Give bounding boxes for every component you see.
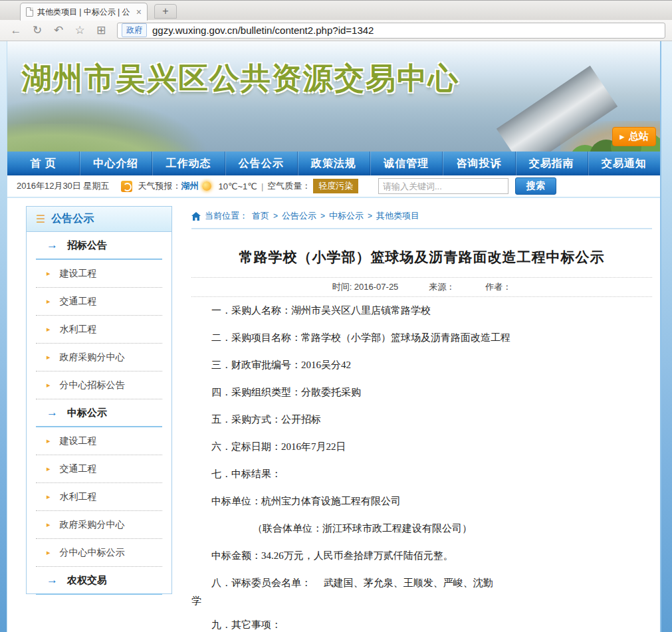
article-meta: 时间: 2016-07-25 来源： 作者： [191, 277, 652, 297]
city-link[interactable]: 湖州 [181, 180, 198, 192]
main-nav: 首 页 中心介绍 工作动态 公告公示 政策法规 诚信管理 咨询投诉 交易指南 交… [7, 152, 660, 175]
triangle-right-icon: ▸ [47, 548, 51, 557]
site-title: 湖州市吴兴区公共资源交易中心 [22, 58, 459, 98]
article-paragraph: 中标金额：34.26万元，人民币叁拾肆万贰仟陆佰元整。 [191, 549, 652, 563]
tab-close-icon[interactable]: × [136, 7, 142, 17]
article-paragraph: 一．采购人名称：湖州市吴兴区八里店镇常路学校 [191, 304, 652, 318]
nav-item-policies[interactable]: 政策法规 [297, 152, 370, 175]
nav-item-center-intro[interactable]: 中心介绍 [79, 152, 152, 175]
search-button[interactable]: 搜索 [515, 177, 556, 195]
triangle-right-icon: ▸ [47, 297, 51, 306]
sidebar-list: → 招标公告 ▸ 建设工程 ▸ 交通工程 ▸ 水利工程 ▸ 政府采购分中心 [27, 232, 171, 595]
nav-item-consult-complaint[interactable]: 咨询投诉 [442, 152, 514, 175]
nav-item-trade-guide[interactable]: 交易指南 [515, 152, 588, 175]
url-text[interactable]: ggzy.wuxing.gov.cn/bulletin/content2.php… [152, 25, 374, 36]
sidebar-item-water-2[interactable]: ▸ 水利工程 [36, 483, 162, 511]
breadcrumb-divider [191, 228, 652, 229]
article-title: 常路学校（小学部）篮球场及沥青路面改造工程中标公示 [191, 248, 652, 266]
breadcrumb-separator: > [368, 211, 372, 221]
list-icon: ☰ [36, 213, 45, 225]
sidebar-item-transport-2[interactable]: ▸ 交通工程 [36, 455, 162, 483]
sidebar-item-bid-announcements[interactable]: → 招标公告 [36, 232, 162, 260]
nav-item-home[interactable]: 首 页 [7, 152, 79, 175]
sidebar-item-subcenter-bid-announcements[interactable]: ▸ 分中心招标公告 [36, 371, 162, 399]
sidebar-item-water[interactable]: ▸ 水利工程 [36, 316, 162, 344]
air-quality-label: 空气质量： [267, 180, 310, 192]
triangle-right-icon: ▸ [47, 520, 51, 529]
sidebar-item-rural-rights-trading[interactable]: → 农权交易 [36, 567, 162, 595]
home-icon [191, 212, 201, 221]
search-input[interactable] [378, 178, 508, 194]
sidebar-item-gov-procurement-2[interactable]: ▸ 政府采购分中心 [36, 511, 162, 539]
article-paragraph: 六．定标日期：2016年7月22日 [191, 440, 652, 454]
apps-grid-icon[interactable]: ⊞ [92, 23, 110, 37]
breadcrumb-prefix: 当前位置： [205, 210, 248, 222]
triangle-right-icon: ▸ [47, 269, 51, 278]
breadcrumb-link-home[interactable]: 首页 [252, 210, 269, 222]
sidebar-item-transport[interactable]: ▸ 交通工程 [36, 288, 162, 316]
breadcrumb-link-other-projects[interactable]: 其他类项目 [376, 210, 419, 222]
breadcrumb: 当前位置： 首页 > 公告公示 > 中标公示 > 其他类项目 [191, 206, 652, 222]
site-container: 湖州市吴兴区公共资源交易中心 ► 总站 首 页 中心介绍 工作动态 公告公示 政… [7, 41, 661, 632]
undo-icon[interactable]: ↶ [49, 23, 68, 37]
page-background: 湖州市吴兴区公共资源交易中心 ► 总站 首 页 中心介绍 工作动态 公告公示 政… [0, 41, 672, 632]
article-paragraph: 中标单位：杭州宝力体育设施工程有限公司 [191, 494, 652, 508]
article-body: 一．采购人名称：湖州市吴兴区八里店镇常路学校 二．采购项目名称：常路学校（小学部… [191, 304, 652, 632]
main-area: ☰ 公告公示 → 招标公告 ▸ 建设工程 ▸ 交通工程 ▸ 水利 [7, 198, 660, 632]
site-banner: 湖州市吴兴区公共资源交易中心 ► 总站 [7, 41, 660, 152]
nav-item-work-news[interactable]: 工作动态 [152, 152, 224, 175]
browser-tab[interactable]: 其他类项目 | 中标公示 | 公 × [20, 3, 148, 21]
triangle-right-icon: ▸ [47, 381, 51, 389]
sun-weather-icon [202, 181, 211, 191]
article-paragraph: 学 [191, 594, 652, 608]
article-paragraph: 九．其它事项： [191, 618, 652, 632]
page-icon [26, 7, 33, 17]
article-author-label: 作者： [485, 281, 511, 293]
triangle-right-icon: ▸ [47, 437, 51, 445]
search-area: 搜索 [378, 177, 651, 195]
address-bar[interactable]: 政府 ggzy.wuxing.gov.cn/bulletin/content2.… [117, 23, 665, 39]
bookmark-star-icon[interactable]: ☆ [70, 23, 89, 37]
divider: | [261, 181, 263, 191]
arrow-right-icon: → [47, 574, 58, 587]
browser-tab-bar: 其他类项目 | 中标公示 | 公 × + [0, 0, 672, 20]
main-station-button[interactable]: ► 总站 [612, 127, 656, 146]
nav-item-trade-notice[interactable]: 交易通知 [588, 152, 660, 175]
browser-toolbar: ← ↻ ↶ ☆ ⊞ 政府 ggzy.wuxing.gov.cn/bulletin… [0, 20, 672, 41]
sidebar-header: ☰ 公告公示 [27, 207, 171, 232]
arrow-right-icon: → [47, 406, 58, 419]
back-icon[interactable]: ← [7, 24, 25, 37]
arrow-right-icon: ► [618, 133, 626, 141]
triangle-right-icon: ▸ [47, 353, 51, 362]
triangle-right-icon: ▸ [47, 465, 51, 473]
breadcrumb-separator: > [320, 211, 325, 221]
breadcrumb-link-winning-bids[interactable]: 中标公示 [329, 210, 364, 222]
nav-item-integrity[interactable]: 诚信管理 [370, 152, 442, 175]
new-tab-button[interactable]: + [154, 4, 177, 19]
gov-site-badge: 政府 [122, 23, 147, 37]
nav-item-announcements[interactable]: 公告公示 [225, 152, 297, 175]
article-paragraph: 三．财政审批编号：2016吴分42 [191, 358, 652, 372]
sidebar: ☰ 公告公示 → 招标公告 ▸ 建设工程 ▸ 交通工程 ▸ 水利 [26, 206, 172, 594]
sidebar-item-winning-bid-publicity[interactable]: → 中标公示 [36, 399, 162, 427]
air-quality-badge: 轻度污染 [313, 179, 358, 193]
article-paragraph: 八．评标委员会名单： 武建国、茅允泉、王顺发、严峻、沈勤 [191, 576, 652, 590]
forecast-label: 天气预报： [138, 180, 181, 192]
sidebar-item-gov-procurement[interactable]: ▸ 政府采购分中心 [36, 344, 162, 371]
article-paragraph: （联合体单位：浙江环球市政工程建设有限公司） [191, 522, 652, 536]
article-paragraph: 五．采购方式：公开招标 [191, 413, 652, 427]
tab-title: 其他类项目 | 中标公示 | 公 [37, 7, 132, 18]
breadcrumb-link-announcements[interactable]: 公告公示 [282, 210, 316, 222]
sidebar-title: 公告公示 [51, 212, 94, 226]
sidebar-item-subcenter-winning-bids[interactable]: ▸ 分中心中标公示 [36, 539, 162, 567]
triangle-right-icon: ▸ [47, 492, 51, 501]
reload-icon[interactable]: ↻ [28, 23, 47, 37]
article-source-label: 来源： [429, 281, 455, 293]
sidebar-item-construction-2[interactable]: ▸ 建设工程 [36, 427, 162, 455]
info-bar: 2016年12月30日 星期五 天气预报： 湖州 10℃~1℃ | 空气质量： … [7, 175, 660, 198]
article-time: 时间: 2016-07-25 [332, 281, 399, 293]
temperature-text: 10℃~1℃ [218, 181, 257, 191]
banner-grass-decoration [7, 124, 193, 152]
sidebar-item-construction[interactable]: ▸ 建设工程 [36, 260, 162, 288]
content-area: 当前位置： 首页 > 公告公示 > 中标公示 > 其他类项目 常路学校（小学部）… [172, 206, 652, 632]
